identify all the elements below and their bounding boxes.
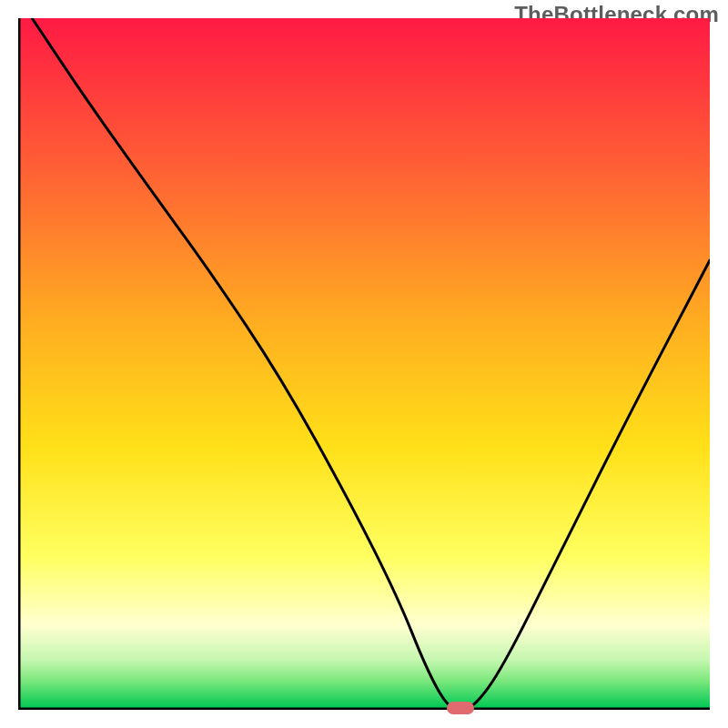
bottleneck-chart: TheBottleneck.com — [0, 0, 728, 728]
plot-area — [18, 18, 710, 710]
gradient-background — [20, 18, 710, 708]
chart-svg — [18, 18, 710, 710]
optimal-marker — [447, 702, 474, 714]
